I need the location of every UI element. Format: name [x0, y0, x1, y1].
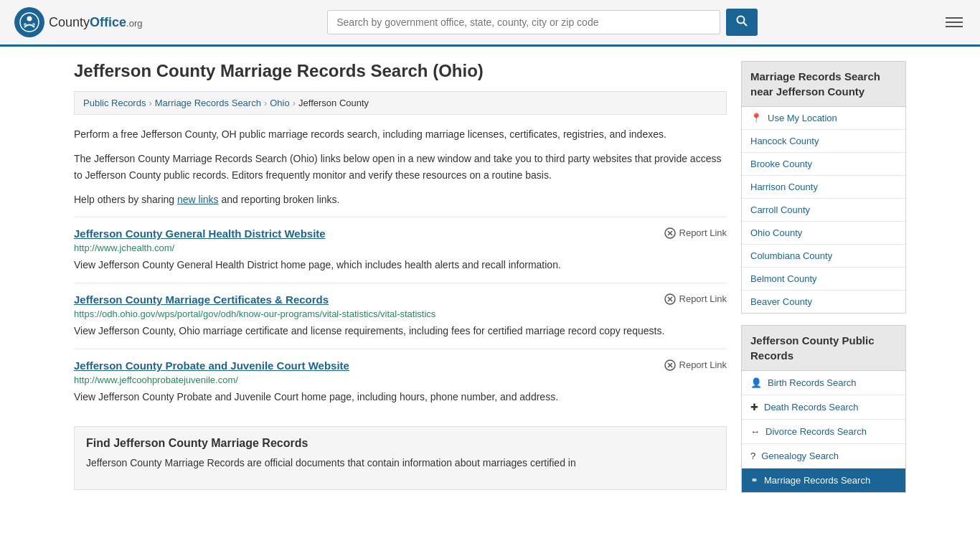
sidebar-death-records[interactable]: ✚ Death Records Search [742, 395, 905, 420]
report-icon-3 [664, 359, 676, 371]
sidebar-genealogy[interactable]: ? Genealogy Search [742, 444, 905, 468]
genealogy-icon: ? [750, 451, 755, 461]
hancock-county-link[interactable]: Hancock County [750, 136, 819, 146]
breadcrumb-sep-2: › [264, 98, 267, 108]
logo-text: CountyOffice.org [49, 15, 142, 30]
result-item-1: Jefferson County General Health District… [74, 217, 727, 283]
report-link-btn-3[interactable]: Report Link [664, 359, 727, 371]
result-header-3: Jefferson County Probate and Juvenile Co… [74, 359, 727, 372]
breadcrumb: Public Records › Marriage Records Search… [74, 91, 727, 115]
marriage-icon: ⚭ [750, 475, 758, 486]
result-desc-2: View Jefferson County, Ohio marriage cer… [74, 324, 727, 339]
carroll-county-link[interactable]: Carroll County [750, 204, 810, 215]
result-title-3[interactable]: Jefferson County Probate and Juvenile Co… [74, 359, 349, 372]
sidebar-use-location[interactable]: 📍 Use My Location [742, 107, 905, 130]
birth-records-link[interactable]: Birth Records Search [768, 377, 857, 388]
breadcrumb-sep-3: › [293, 98, 296, 108]
main-container: Jefferson County Marriage Records Search… [60, 47, 920, 519]
belmont-county-link[interactable]: Belmont County [750, 273, 817, 284]
new-links-link[interactable]: new links [177, 194, 219, 205]
svg-point-0 [20, 13, 39, 32]
harrison-county-link[interactable]: Harrison County [750, 182, 818, 192]
breadcrumb-ohio[interactable]: Ohio [270, 98, 289, 108]
sidebar: Marriage Records Search near Jefferson C… [741, 61, 906, 504]
result-title-1[interactable]: Jefferson County General Health District… [74, 227, 326, 240]
result-item-3: Jefferson County Probate and Juvenile Co… [74, 349, 727, 415]
report-link-btn-2[interactable]: Report Link [664, 293, 727, 305]
marriage-records-link[interactable]: Marriage Records Search [764, 475, 870, 486]
find-section: Find Jefferson County Marriage Records J… [74, 426, 727, 490]
menu-button[interactable] [943, 14, 966, 30]
sidebar-public-records-header-text: Jefferson County Public Records [750, 334, 875, 362]
breadcrumb-public-records[interactable]: Public Records [83, 98, 146, 108]
sidebar-item-ohio[interactable]: Ohio County [742, 222, 905, 245]
sidebar-item-harrison[interactable]: Harrison County [742, 176, 905, 199]
birth-icon: 👤 [750, 377, 762, 388]
sidebar-records-list: 👤 Birth Records Search ✚ Death Records S… [741, 371, 906, 493]
beaver-county-link[interactable]: Beaver County [750, 296, 812, 307]
menu-line-2 [946, 22, 963, 23]
result-title-2[interactable]: Jefferson County Marriage Certificates &… [74, 293, 329, 306]
sidebar-public-records-header: Jefferson County Public Records [741, 325, 906, 371]
svg-point-3 [32, 23, 35, 26]
pin-icon: 📍 [750, 113, 762, 123]
svg-point-2 [24, 23, 27, 26]
columbiana-county-link[interactable]: Columbiana County [750, 250, 832, 261]
sidebar-public-records-section: Jefferson County Public Records 👤 Birth … [741, 325, 906, 493]
site-header: CountyOffice.org [0, 0, 980, 47]
death-icon: ✚ [750, 402, 758, 413]
sidebar-nearby-section: Marriage Records Search near Jefferson C… [741, 61, 906, 314]
breadcrumb-sep-1: › [149, 98, 151, 108]
find-section-desc: Jefferson County Marriage Records are of… [86, 456, 715, 471]
find-section-title: Find Jefferson County Marriage Records [86, 437, 715, 450]
intro-paragraph-2: The Jefferson County Marriage Records Se… [74, 151, 727, 183]
sidebar-nearby-header: Marriage Records Search near Jefferson C… [741, 61, 906, 107]
breadcrumb-marriage-records[interactable]: Marriage Records Search [155, 98, 261, 108]
result-url-1[interactable]: http://www.jchealth.com/ [74, 242, 727, 253]
divorce-records-link[interactable]: Divorce Records Search [765, 426, 867, 437]
intro-paragraph-3: Help others by sharing new links and rep… [74, 192, 727, 207]
logo-area: CountyOffice.org [14, 7, 142, 37]
death-records-link[interactable]: Death Records Search [764, 402, 859, 413]
sidebar-item-belmont[interactable]: Belmont County [742, 268, 905, 291]
sidebar-nearby-header-text: Marriage Records Search near Jefferson C… [750, 70, 880, 98]
sidebar-birth-records[interactable]: 👤 Birth Records Search [742, 371, 905, 395]
sidebar-item-beaver[interactable]: Beaver County [742, 291, 905, 313]
report-icon-1 [664, 227, 676, 239]
sidebar-item-hancock[interactable]: Hancock County [742, 130, 905, 153]
genealogy-link[interactable]: Genealogy Search [761, 451, 839, 461]
result-header-2: Jefferson County Marriage Certificates &… [74, 293, 727, 306]
result-header-1: Jefferson County General Health District… [74, 227, 727, 240]
divorce-icon: ↔ [750, 426, 760, 437]
logo-icon [14, 7, 44, 37]
intro-paragraph-1: Perform a free Jefferson County, OH publ… [74, 126, 727, 142]
svg-line-5 [744, 23, 748, 27]
result-item-2: Jefferson County Marriage Certificates &… [74, 283, 727, 349]
sidebar-item-carroll[interactable]: Carroll County [742, 199, 905, 222]
menu-line-3 [946, 26, 963, 27]
search-button[interactable] [726, 9, 758, 36]
sidebar-divorce-records[interactable]: ↔ Divorce Records Search [742, 420, 905, 444]
sidebar-item-brooke[interactable]: Brooke County [742, 153, 905, 176]
result-desc-1: View Jefferson County General Health Dis… [74, 258, 727, 273]
page-title: Jefferson County Marriage Records Search… [74, 61, 727, 81]
result-url-2[interactable]: https://odh.ohio.gov/wps/portal/gov/odh/… [74, 309, 727, 319]
svg-point-1 [27, 17, 32, 22]
search-area [327, 9, 758, 36]
search-input[interactable] [327, 10, 720, 34]
sidebar-nearby-list: 📍 Use My Location Hancock County Brooke … [741, 107, 906, 314]
svg-point-4 [738, 17, 745, 24]
report-link-btn-1[interactable]: Report Link [664, 227, 727, 239]
breadcrumb-current: Jefferson County [298, 98, 369, 108]
result-desc-3: View Jefferson County Probate and Juveni… [74, 390, 727, 405]
menu-line-1 [946, 17, 963, 19]
sidebar-item-columbiana[interactable]: Columbiana County [742, 245, 905, 268]
report-icon-2 [664, 293, 676, 305]
content-area: Jefferson County Marriage Records Search… [74, 61, 727, 504]
use-location-link[interactable]: Use My Location [768, 113, 837, 123]
sidebar-marriage-records[interactable]: ⚭ Marriage Records Search [742, 468, 905, 492]
brooke-county-link[interactable]: Brooke County [750, 159, 812, 169]
ohio-county-link[interactable]: Ohio County [750, 227, 802, 238]
result-url-3[interactable]: http://www.jeffcoohprobatejuvenile.com/ [74, 375, 727, 385]
